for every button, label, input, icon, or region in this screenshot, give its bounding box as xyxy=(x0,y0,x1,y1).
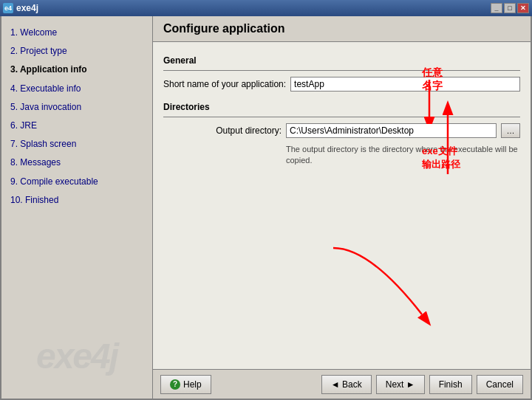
output-dir-help-text: The output directory is the directory wh… xyxy=(286,144,520,167)
app-icon: e4 xyxy=(3,3,13,13)
short-name-row: Short name of your application: xyxy=(163,77,520,92)
browse-button[interactable]: … xyxy=(501,123,520,138)
main-window: 1. Welcome 2. Project type 3. Applicatio… xyxy=(0,16,532,400)
next-button[interactable]: Next ► xyxy=(376,375,425,394)
sidebar-item-executable-info[interactable]: 4. Executable info xyxy=(7,80,146,98)
output-dir-row: Output directory: … xyxy=(163,123,520,138)
finish-button[interactable]: Finish xyxy=(429,375,472,394)
sidebar-item-java-invocation[interactable]: 5. Java invocation xyxy=(7,98,146,117)
short-name-input[interactable] xyxy=(290,77,520,92)
general-section-label: General xyxy=(163,55,520,66)
title-bar-left: e4 exe4j xyxy=(3,3,38,13)
help-icon: ? xyxy=(170,379,180,390)
close-button[interactable]: ✕ xyxy=(517,3,529,13)
path-annotation-container: exe文件输出路径 xyxy=(429,100,466,189)
sidebar-item-compile-executable[interactable]: 9. Compile executable xyxy=(7,173,146,191)
directories-divider xyxy=(163,117,520,117)
sidebar-item-project-type[interactable]: 2. Project type xyxy=(7,42,146,61)
sidebar-item-jre[interactable]: 6. JRE xyxy=(7,117,146,135)
output-dir-label: Output directory: xyxy=(163,125,282,136)
back-button[interactable]: ◄ Back xyxy=(321,375,372,394)
next-arrow-svg xyxy=(326,241,474,337)
content-area: Configure application General Short name… xyxy=(153,16,531,399)
watermark: exe4j xyxy=(36,336,117,376)
maximize-button[interactable]: □ xyxy=(504,3,516,13)
sidebar-item-splash-screen[interactable]: 7. Splash screen xyxy=(7,135,146,154)
directories-section-label: Directories xyxy=(163,102,520,112)
cancel-button[interactable]: Cancel xyxy=(477,375,523,394)
page-title: Configure application xyxy=(163,22,520,35)
sidebar-item-welcome[interactable]: 1. Welcome xyxy=(7,24,146,42)
title-bar: e4 exe4j _ □ ✕ xyxy=(0,0,532,16)
content-header: Configure application xyxy=(153,16,531,42)
sidebar-item-finished[interactable]: 10. Finished xyxy=(7,191,146,210)
title-buttons: _ □ ✕ xyxy=(491,3,529,13)
minimize-button[interactable]: _ xyxy=(491,3,502,13)
help-button[interactable]: ? Help xyxy=(160,375,211,394)
next-arrow-container xyxy=(326,241,474,339)
short-name-label: Short name of your application: xyxy=(163,79,286,89)
annotations-area: 任意名字 exe文件输出路径 xyxy=(163,167,520,351)
bottom-bar: ? Help ◄ Back Next ► Finish Cancel xyxy=(153,369,531,399)
sidebar: 1. Welcome 2. Project type 3. Applicatio… xyxy=(1,16,153,399)
sidebar-item-application-info[interactable]: 3. Application info xyxy=(7,61,146,79)
path-arrow-svg xyxy=(429,100,466,189)
content-body: General Short name of your application: … xyxy=(153,42,531,369)
window-title: exe4j xyxy=(16,3,38,13)
sidebar-item-messages[interactable]: 8. Messages xyxy=(7,154,146,172)
general-divider xyxy=(163,70,520,71)
